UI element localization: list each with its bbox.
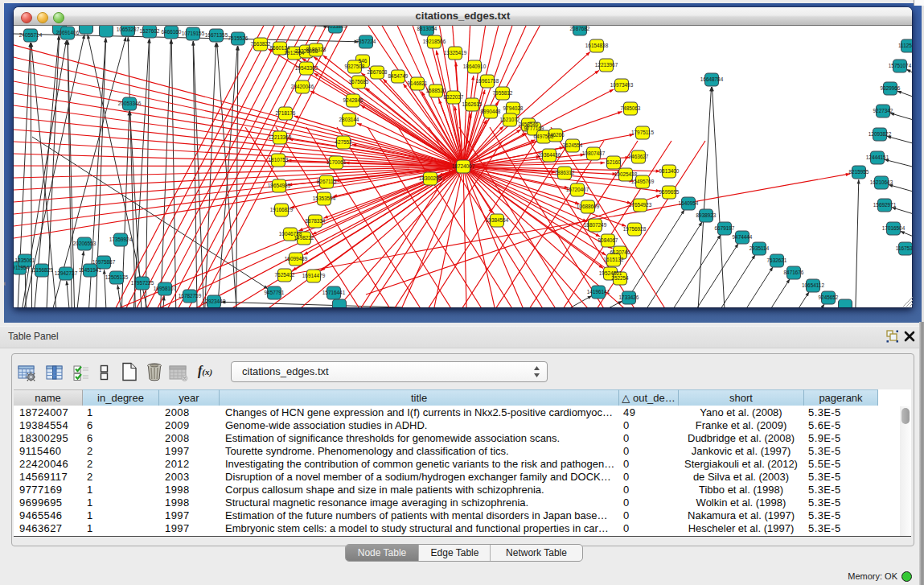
svg-text:8471676: 8471676 bbox=[784, 270, 804, 275]
svg-text:252254: 252254 bbox=[611, 275, 629, 281]
svg-text:11156829: 11156829 bbox=[31, 267, 53, 273]
svg-text:427552: 427552 bbox=[335, 139, 352, 145]
svg-text:1362615: 1362615 bbox=[462, 101, 483, 107]
svg-text:1640954: 1640954 bbox=[679, 200, 699, 206]
svg-text:16648784: 16648784 bbox=[700, 76, 724, 82]
svg-text:62160: 62160 bbox=[606, 159, 621, 165]
svg-text:8267115: 8267115 bbox=[317, 179, 337, 184]
svg-text:17957225: 17957225 bbox=[131, 280, 154, 286]
svg-text:6679197: 6679197 bbox=[715, 225, 735, 231]
svg-text:9084067: 9084067 bbox=[598, 237, 618, 243]
svg-text:7625402: 7625402 bbox=[275, 272, 295, 278]
svg-text:1733426: 1733426 bbox=[619, 295, 639, 300]
svg-text:12213967: 12213967 bbox=[595, 62, 618, 68]
svg-text:19756928: 19756928 bbox=[623, 226, 647, 232]
svg-text:15353594: 15353594 bbox=[313, 196, 336, 201]
svg-text:12923448: 12923448 bbox=[203, 299, 226, 304]
svg-text:16961758: 16961758 bbox=[476, 78, 499, 84]
svg-text:17654923: 17654923 bbox=[629, 202, 652, 208]
svg-text:546: 546 bbox=[359, 58, 368, 64]
svg-text:10653287: 10653287 bbox=[117, 27, 140, 32]
svg-text:10543362: 10543362 bbox=[295, 65, 318, 71]
svg-text:16914479: 16914479 bbox=[302, 273, 326, 278]
svg-text:6120746: 6120746 bbox=[610, 249, 630, 255]
svg-text:14196141: 14196141 bbox=[587, 289, 610, 295]
svg-text:2803144: 2803144 bbox=[339, 117, 359, 122]
svg-text:20206553: 20206553 bbox=[73, 241, 97, 246]
svg-text:12505135: 12505135 bbox=[105, 274, 129, 280]
svg-text:15751074: 15751074 bbox=[889, 63, 912, 68]
svg-text:3675685: 3675685 bbox=[349, 79, 369, 84]
svg-text:23420046: 23420046 bbox=[291, 84, 314, 89]
svg-text:16154838: 16154838 bbox=[585, 43, 609, 48]
svg-text:1112543: 1112543 bbox=[898, 43, 912, 48]
svg-text:8878334: 8878334 bbox=[306, 218, 326, 224]
svg-text:1621072: 1621072 bbox=[500, 117, 520, 122]
svg-text:10958107: 10958107 bbox=[154, 286, 177, 291]
svg-text:10807487: 10807487 bbox=[582, 150, 606, 156]
svg-text:12444151: 12444151 bbox=[866, 154, 889, 160]
svg-text:20691406: 20691406 bbox=[56, 30, 80, 35]
svg-text:7663822: 7663822 bbox=[251, 41, 271, 47]
svg-text:8215955: 8215955 bbox=[849, 169, 869, 175]
svg-text:1588520: 1588520 bbox=[426, 88, 446, 93]
svg-text:2087682: 2087682 bbox=[570, 26, 590, 31]
svg-text:15720407: 15720407 bbox=[566, 187, 589, 192]
svg-text:8454749: 8454749 bbox=[388, 73, 409, 79]
svg-text:2718176: 2718176 bbox=[276, 110, 296, 116]
svg-text:19654985: 19654985 bbox=[268, 183, 291, 188]
svg-text:1615132: 1615132 bbox=[604, 257, 624, 262]
svg-text:9777169: 9777169 bbox=[524, 126, 544, 131]
svg-text:20053346: 20053346 bbox=[118, 101, 142, 106]
svg-text:9813400: 9813400 bbox=[659, 168, 680, 174]
svg-text:16782759: 16782759 bbox=[179, 293, 202, 299]
svg-text:7632621: 7632621 bbox=[767, 257, 787, 263]
svg-text:13325419: 13325419 bbox=[444, 50, 467, 56]
svg-text:9329966: 9329966 bbox=[881, 85, 901, 91]
svg-text:17359924: 17359924 bbox=[109, 237, 133, 242]
svg-text:9242845: 9242845 bbox=[343, 97, 363, 103]
svg-text:1170061: 1170061 bbox=[326, 159, 347, 165]
svg-text:18724007: 18724007 bbox=[452, 163, 475, 169]
svg-text:10975887: 10975887 bbox=[92, 259, 116, 265]
svg-text:24055714: 24055714 bbox=[19, 32, 43, 38]
svg-text:9699695: 9699695 bbox=[659, 189, 680, 195]
svg-text:19384554: 19384554 bbox=[486, 217, 509, 223]
svg-text:9245652: 9245652 bbox=[819, 295, 839, 300]
svg-text:1167531: 1167531 bbox=[896, 245, 912, 251]
svg-text:17016504: 17016504 bbox=[882, 225, 906, 231]
svg-text:9474444: 9474444 bbox=[733, 234, 753, 240]
svg-text:9327508: 9327508 bbox=[345, 64, 365, 69]
svg-text:19218506: 19218506 bbox=[423, 39, 446, 44]
svg-text:18300295: 18300295 bbox=[419, 175, 442, 181]
svg-text:16671355: 16671355 bbox=[205, 32, 228, 38]
svg-text:6466160: 6466160 bbox=[162, 29, 182, 35]
svg-text:1498222: 1498222 bbox=[294, 235, 314, 241]
svg-text:8938923: 8938923 bbox=[696, 212, 717, 218]
svg-text:9794028: 9794028 bbox=[503, 105, 524, 111]
svg-text:10688609: 10688609 bbox=[577, 204, 600, 209]
svg-text:10973493: 10973493 bbox=[610, 82, 634, 88]
svg-text:12093822: 12093822 bbox=[869, 131, 892, 137]
svg-text:12942737: 12942737 bbox=[55, 270, 78, 276]
svg-text:1335061: 1335061 bbox=[15, 257, 35, 263]
svg-text:7886312: 7886312 bbox=[555, 170, 575, 175]
svg-text:3624554: 3624554 bbox=[563, 142, 583, 148]
svg-text:1810753: 1810753 bbox=[269, 157, 289, 163]
svg-text:10025438: 10025438 bbox=[614, 171, 638, 177]
svg-text:8813054: 8813054 bbox=[417, 26, 437, 31]
svg-text:2867608: 2867608 bbox=[368, 69, 388, 75]
svg-text:10654112: 10654112 bbox=[802, 282, 824, 288]
svg-text:11451941: 11451941 bbox=[79, 267, 101, 273]
svg-text:12213369: 12213369 bbox=[269, 134, 292, 140]
svg-text:2935114: 2935114 bbox=[749, 245, 770, 251]
svg-text:9146821: 9146821 bbox=[408, 80, 428, 86]
svg-text:17975115: 17975115 bbox=[631, 130, 654, 135]
svg-text:15716441: 15716441 bbox=[322, 290, 346, 295]
svg-text:15495769: 15495769 bbox=[631, 179, 655, 184]
svg-text:7955812: 7955812 bbox=[493, 90, 513, 96]
svg-text:20364436: 20364436 bbox=[538, 152, 561, 158]
svg-text:9227342: 9227342 bbox=[873, 108, 893, 113]
svg-text:746266: 746266 bbox=[547, 132, 565, 138]
svg-text:18807249: 18807249 bbox=[584, 222, 607, 228]
